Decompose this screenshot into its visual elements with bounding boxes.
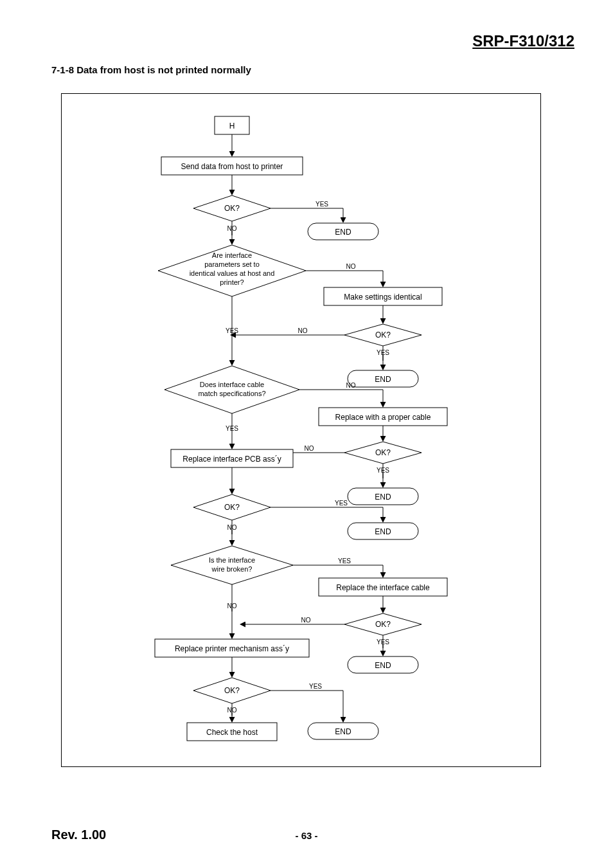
- flowchart-svg: H Send data from host to printer OK? YES…: [62, 94, 540, 766]
- node-replace-iface: Replace the interface cable: [336, 583, 430, 592]
- section-heading: 7-1-8 Data from host is not printed norm…: [51, 64, 251, 75]
- lbl-yes-3b: YES: [226, 425, 238, 432]
- node-end2: END: [375, 375, 391, 384]
- node-end3: END: [375, 493, 391, 502]
- node-send: Send data from host to printer: [181, 162, 283, 171]
- flowchart-frame: H Send data from host to printer OK? YES…: [61, 93, 541, 767]
- node-end5: END: [375, 661, 391, 670]
- node-replace-mech: Replace printer mechanism ass´y: [175, 644, 289, 653]
- node-wire-l2: wire broken?: [211, 565, 253, 573]
- node-ok4: OK?: [224, 503, 240, 512]
- node-check-host: Check the host: [206, 728, 258, 737]
- node-params-l2: parameters set to: [204, 260, 260, 268]
- node-cable-l2: match specifications?: [198, 390, 265, 397]
- node-params-l1: Are interface: [212, 251, 252, 259]
- node-cable-l1: Does interface cable: [200, 381, 264, 388]
- lbl-yes-2b: YES: [226, 327, 238, 334]
- label-yes: YES: [315, 201, 328, 208]
- node-end4: END: [375, 527, 391, 536]
- lbl-yes-4: YES: [335, 500, 348, 507]
- node-replace-pcb: Replace interface PCB ass´y: [182, 455, 281, 464]
- node-ok1: OK?: [224, 204, 240, 213]
- node-make-identical: Make settings identical: [344, 293, 422, 302]
- node-end1b: END: [335, 228, 351, 237]
- node-start: H: [229, 122, 235, 131]
- node-ok5: OK?: [375, 620, 391, 629]
- node-ok3: OK?: [375, 448, 391, 457]
- node-replace-cable: Replace with a proper cable: [335, 413, 431, 422]
- node-ok6: OK?: [224, 686, 240, 695]
- node-wire-l1: Is the interface: [209, 556, 255, 564]
- node-params-l3: identical values at host and: [190, 269, 275, 277]
- lbl-no-2b: NO: [298, 327, 308, 334]
- node-end6: END: [335, 727, 351, 736]
- node-params-l4: printer?: [220, 278, 244, 286]
- footer-page-number: - 63 -: [0, 830, 613, 841]
- lbl-yes-5: YES: [338, 557, 351, 565]
- lbl-no-3: NO: [346, 382, 356, 389]
- document-title: SRP-F310/312: [472, 32, 574, 50]
- lbl-no-3b: NO: [305, 445, 314, 452]
- lbl-yes-6: YES: [309, 683, 322, 690]
- lbl-no-5: NO: [301, 617, 311, 624]
- lbl-no-2: NO: [346, 263, 356, 270]
- node-ok2: OK?: [375, 330, 391, 339]
